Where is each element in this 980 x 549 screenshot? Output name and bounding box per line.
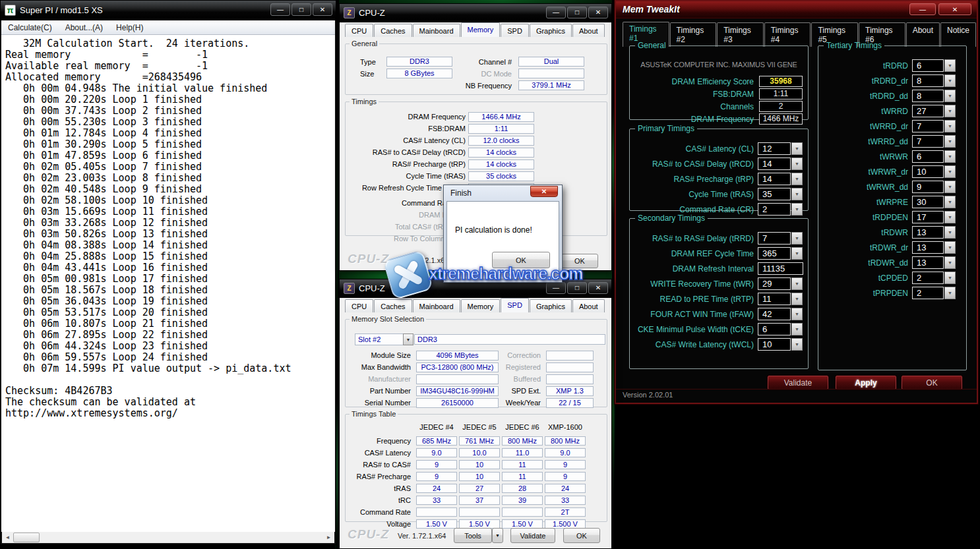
chevron-down-icon[interactable]: ▼ <box>791 293 803 305</box>
timing-dropdown[interactable]: 10 ▼ <box>912 165 956 178</box>
timing-dropdown[interactable]: 8 ▼ <box>912 90 956 102</box>
chevron-down-icon[interactable]: ▼ <box>944 256 956 269</box>
tab[interactable]: Graphics <box>530 24 572 37</box>
maximize-button[interactable]: □ <box>291 3 311 16</box>
timing-dropdown[interactable]: 30 ▼ <box>912 196 956 208</box>
chevron-down-icon[interactable]: ▼ <box>944 181 956 193</box>
slot-select[interactable]: Slot #2 ▼ <box>355 333 413 345</box>
chevron-down-icon[interactable]: ▼ <box>791 142 803 155</box>
tools-button[interactable]: Tools <box>454 528 492 543</box>
apply-button[interactable]: Apply <box>836 376 896 390</box>
timing-dropdown[interactable]: 365 ▼ <box>758 247 803 260</box>
timing-dropdown[interactable]: 17 ▼ <box>912 211 956 223</box>
tab[interactable]: SPD <box>501 298 529 312</box>
close-button[interactable]: ✕ <box>938 3 971 15</box>
timing-dropdown[interactable]: 6 ▼ <box>912 59 956 72</box>
timing-dropdown[interactable]: 35 ▼ <box>758 188 803 200</box>
timing-dropdown[interactable]: 10 ▼ <box>758 338 803 351</box>
ok-button[interactable]: OK <box>492 252 550 268</box>
chevron-down-icon[interactable]: ▼ <box>944 165 956 178</box>
tab[interactable]: Memory <box>461 22 501 37</box>
chevron-down-icon[interactable]: ▼ <box>944 150 956 163</box>
scroll-left-arrow-icon[interactable]: ◄ <box>2 532 13 543</box>
chevron-down-icon[interactable]: ▼ <box>791 232 803 245</box>
scrollbar-thumb[interactable] <box>13 533 40 542</box>
minimize-button[interactable]: — <box>546 282 566 294</box>
timing-dropdown[interactable]: 12 ▼ <box>758 142 803 155</box>
minimize-button[interactable]: — <box>546 7 566 18</box>
timing-dropdown[interactable]: 13 ▼ <box>912 256 956 269</box>
ok-button[interactable]: OK <box>902 376 962 390</box>
close-button[interactable]: ✕ <box>313 3 332 16</box>
tab[interactable]: CPU <box>345 299 373 312</box>
close-button[interactable]: ✕ <box>530 186 558 197</box>
maximize-button[interactable]: □ <box>567 282 587 294</box>
ok-button[interactable]: OK <box>563 528 600 543</box>
memtweakit-titlebar[interactable]: Mem TweakIt — ✕ <box>616 1 977 18</box>
menu-item[interactable]: About...(A) <box>59 21 109 34</box>
tab[interactable]: Caches <box>374 299 412 312</box>
tab[interactable]: Graphics <box>530 299 572 312</box>
chevron-down-icon[interactable]: ▼ <box>791 277 803 290</box>
timing-dropdown[interactable]: 8 ▼ <box>912 74 956 87</box>
tools-dropdown-arrow-icon[interactable]: ▼ <box>492 528 503 543</box>
timing-dropdown[interactable]: 11 ▼ <box>758 293 803 305</box>
horizontal-scrollbar[interactable]: ◄ ► <box>2 532 334 543</box>
tab[interactable]: Memory <box>461 299 501 312</box>
chevron-down-icon[interactable]: ▼ <box>791 308 803 320</box>
tab[interactable]: CPU <box>345 24 373 37</box>
timing-dropdown[interactable]: 2 ▼ <box>912 272 956 284</box>
cpuz-titlebar[interactable]: Z CPU-Z — □ ✕ <box>340 4 611 22</box>
timing-dropdown[interactable]: 11135 ▼ <box>758 262 803 275</box>
tab[interactable]: Mainboard <box>413 299 460 312</box>
timing-dropdown[interactable]: 2 ▼ <box>912 287 956 299</box>
timing-dropdown[interactable]: 7 ▼ <box>758 232 803 245</box>
chevron-down-icon[interactable]: ▼ <box>791 158 803 170</box>
menu-item[interactable]: Calculate(C) <box>1 21 59 34</box>
ok-button[interactable]: OK <box>561 254 598 268</box>
timing-dropdown[interactable]: 14 ▼ <box>758 158 803 170</box>
timing-dropdown[interactable]: 27 ▼ <box>912 105 956 117</box>
menu-item[interactable]: Help(H) <box>109 21 150 34</box>
tab[interactable]: About <box>572 24 605 37</box>
timing-dropdown[interactable]: 42 ▼ <box>758 308 803 320</box>
tab[interactable]: Mainboard <box>413 24 460 37</box>
chevron-down-icon[interactable]: ▼ <box>791 188 803 200</box>
validate-button[interactable]: Validate <box>768 376 828 390</box>
timing-dropdown[interactable]: 9 ▼ <box>912 181 956 193</box>
chevron-down-icon[interactable]: ▼ <box>791 323 803 335</box>
chevron-down-icon[interactable]: ▼ <box>791 247 803 260</box>
chevron-down-icon[interactable]: ▼ <box>791 173 803 185</box>
superpi-titlebar[interactable]: π Super PI / mod1.5 XS — □ ✕ <box>1 1 336 20</box>
minimize-button[interactable]: — <box>270 3 290 16</box>
timing-dropdown[interactable]: 13 ▼ <box>912 226 956 239</box>
chevron-down-icon[interactable]: ▼ <box>403 333 413 345</box>
chevron-down-icon[interactable]: ▼ <box>944 287 956 299</box>
timing-dropdown[interactable]: 29 ▼ <box>758 277 803 290</box>
chevron-down-icon[interactable]: ▼ <box>944 196 956 208</box>
timing-dropdown[interactable]: 14 ▼ <box>758 173 803 185</box>
timing-dropdown[interactable]: 7 ▼ <box>912 135 956 148</box>
chevron-down-icon[interactable]: ▼ <box>944 105 956 117</box>
tab[interactable]: SPD <box>501 24 529 37</box>
tab[interactable]: About <box>572 299 605 312</box>
chevron-down-icon[interactable]: ▼ <box>944 74 956 87</box>
validate-button[interactable]: Validate <box>510 528 555 543</box>
chevron-down-icon[interactable]: ▼ <box>944 90 956 102</box>
tab[interactable]: Caches <box>374 24 412 37</box>
timing-dropdown[interactable]: 6 ▼ <box>912 150 956 163</box>
scroll-right-arrow-icon[interactable]: ► <box>323 532 334 543</box>
chevron-down-icon[interactable]: ▼ <box>944 59 956 72</box>
chevron-down-icon[interactable]: ▼ <box>944 241 956 254</box>
chevron-down-icon[interactable]: ▼ <box>944 135 956 148</box>
maximize-button[interactable]: □ <box>567 7 587 18</box>
minimize-button[interactable]: — <box>909 3 936 15</box>
chevron-down-icon[interactable]: ▼ <box>944 120 956 132</box>
timing-dropdown[interactable]: 13 ▼ <box>912 241 956 254</box>
timing-dropdown[interactable]: 6 ▼ <box>758 323 803 335</box>
chevron-down-icon[interactable]: ▼ <box>944 272 956 284</box>
close-button[interactable]: ✕ <box>588 7 608 18</box>
chevron-down-icon[interactable]: ▼ <box>944 211 956 223</box>
close-button[interactable]: ✕ <box>588 282 608 294</box>
timing-dropdown[interactable]: 7 ▼ <box>912 120 956 132</box>
